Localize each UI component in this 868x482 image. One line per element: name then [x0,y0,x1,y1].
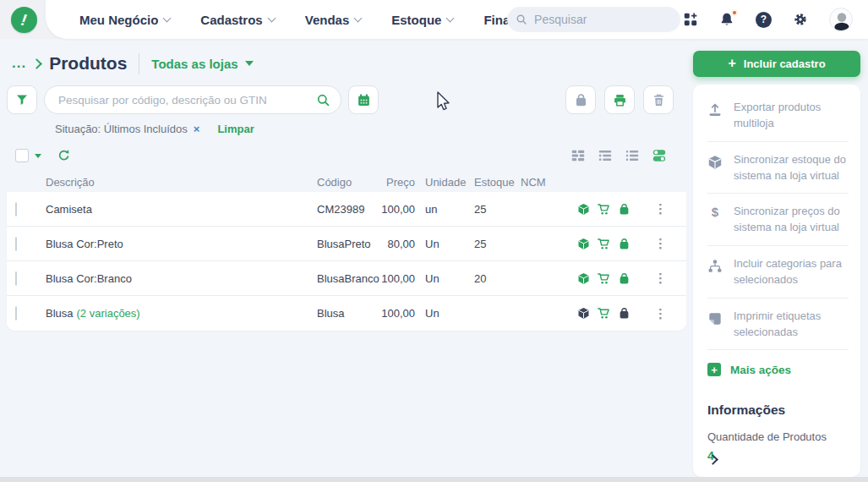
cart-icon[interactable] [598,307,610,320]
menu-estoque[interactable]: Estoque [391,13,453,27]
main-menu: Meu Negócio Cadastros Vendas Estoque Fin… [79,0,560,39]
caret-down-icon [245,61,254,66]
product-count-label: Quantidade de Produtos [707,430,849,443]
row-checkbox[interactable] [15,202,17,216]
select-options-caret[interactable] [35,154,41,158]
filter-button[interactable] [7,85,37,114]
filter-row [7,85,686,114]
bag-icon[interactable] [618,238,631,250]
trash-icon [652,93,666,107]
select-all-checkbox[interactable] [15,149,29,162]
product-link[interactable]: Camiseta [46,203,317,216]
menu-vendas[interactable]: Vendas [305,13,362,27]
row-checkbox[interactable] [15,237,17,251]
bag-button[interactable] [565,85,596,114]
breadcrumb-ellipsis[interactable]: ... [12,55,26,72]
stock-cube-icon[interactable] [577,272,590,285]
calendar-button[interactable] [348,85,379,114]
category-tree-icon [707,259,723,274]
cart-icon[interactable] [598,203,610,216]
notification-badge [731,9,738,16]
menu-cadastros[interactable]: Cadastros [200,13,274,27]
help-icon[interactable]: ? [756,12,772,28]
product-link[interactable]: Blusa Cor:Branco [46,272,317,285]
refresh-button[interactable] [57,149,70,162]
product-link[interactable]: Blusa(2 variações) [46,307,317,320]
global-search-input[interactable] [534,13,672,26]
bag-icon[interactable] [618,307,631,320]
notifications-bell-icon[interactable] [719,12,734,27]
column-codigo: Código [317,176,373,189]
row-menu-button[interactable]: ⋮ [636,201,686,216]
remove-filter-icon[interactable]: × [194,123,200,135]
calendar-icon [357,93,371,107]
product-stock: 25 [472,238,521,250]
stock-cube-icon[interactable] [577,238,590,250]
chevron-down-icon [163,14,172,22]
breadcrumb: ... Produtos Todas as lojas [7,50,686,77]
avatar[interactable] [829,8,853,31]
product-unit: Un [415,272,472,285]
topbar-icons: ? [683,0,853,39]
row-menu-button[interactable]: ⋮ [636,306,686,321]
chevron-down-icon [267,14,276,22]
product-price: 100,00 [373,272,415,285]
clear-filters-link[interactable]: Limpar [217,123,254,135]
bulk-action-buttons [565,85,674,114]
settings-gear-icon[interactable] [793,12,808,27]
cart-icon[interactable] [598,272,610,285]
toggles-view-icon[interactable] [652,148,667,163]
row-menu-button[interactable]: ⋮ [636,236,686,251]
product-code: CM23989 [317,203,373,216]
plus-square-icon: + [707,363,721,376]
app-window: ! Meu Negócio Cadastros Vendas Estoque F… [0,0,868,482]
action-sync-prices[interactable]: $ Sincronizar preços do sistema na loja … [707,194,849,246]
delete-button[interactable] [643,85,674,114]
view-switcher [570,148,667,163]
search-icon[interactable] [316,93,330,107]
table-row: Blusa Cor:Branco BlusaBranco 100,00 Un 2… [7,261,686,296]
action-print-labels[interactable]: Imprimir etiquetas selecionadas [707,299,849,351]
horizontal-scrollbar-track[interactable] [0,477,868,482]
product-search[interactable] [44,85,341,114]
product-table: Camiseta CM23989 100,00 un 25 ⋮ Blusa [7,192,686,331]
stock-cube-icon[interactable] [577,203,590,216]
product-link[interactable]: Blusa Cor:Preto [46,238,317,250]
list-view-icon[interactable] [625,148,640,163]
menu-meu-negocio[interactable]: Meu Negócio [79,13,170,27]
filter-funnel-icon [15,93,29,107]
row-checkbox[interactable] [15,271,17,286]
bag-icon [574,93,588,107]
grouped-view-icon[interactable] [598,148,613,163]
logo-exclamation-glyph: ! [20,10,29,30]
bag-icon[interactable] [618,272,631,285]
chevron-down-icon [446,14,455,22]
stock-cube-icon[interactable] [577,307,590,320]
product-description: Blusa Cor:Branco [46,272,132,285]
row-checkbox[interactable] [15,306,17,320]
action-sync-stock[interactable]: Sincronizar estoque do sistema na loja v… [707,142,849,194]
global-search[interactable] [507,7,680,32]
apps-grid-icon[interactable] [683,12,698,27]
product-description: Blusa Cor:Preto [46,238,123,250]
product-description: Blusa [46,307,74,320]
bag-icon[interactable] [618,203,631,216]
print-button[interactable] [604,85,635,114]
product-code: BlusaBranco [317,272,373,285]
product-count-value: 4 [707,449,849,463]
action-export-multistore[interactable]: Exportar produtos multiloja [707,90,849,142]
row-menu-button[interactable]: ⋮ [636,271,686,286]
detailed-view-icon[interactable] [570,148,586,163]
action-add-categories[interactable]: Incluir categorias para selecionados [707,246,849,299]
include-record-button[interactable]: + Incluir cadastro [693,51,860,77]
label-tag-icon [707,311,723,326]
store-selector[interactable]: Todas as lojas [151,57,253,71]
product-stock: 25 [472,203,521,216]
tiny-logo[interactable]: ! [11,7,37,33]
product-search-input[interactable] [58,94,316,107]
more-actions-button[interactable]: + Mais ações [707,350,849,376]
column-ncm: NCM [521,176,554,189]
cart-icon[interactable] [598,238,610,250]
column-descricao: Descrição [46,176,317,189]
product-variations[interactable]: (2 variações) [77,307,140,320]
